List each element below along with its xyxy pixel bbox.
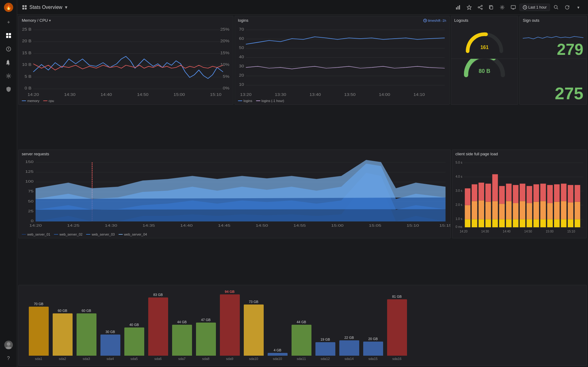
svg-text:14:40: 14:40 [180,224,193,227]
svg-text:150: 150 [25,160,34,164]
time-range-label: Last 1 hour [528,5,547,9]
server-requests-title: server requests [22,152,49,156]
memory-cpu-dropdown[interactable]: ▾ [49,18,51,23]
refresh-dropdown-button[interactable]: ▾ [573,2,583,12]
dashboard-icon[interactable] [2,29,15,42]
svg-rect-142 [506,201,511,219]
svg-rect-17 [458,6,458,9]
time-range-picker[interactable]: Last 1 hour [519,4,550,11]
svg-rect-13 [25,5,27,7]
svg-text:14:30: 14:30 [105,224,117,227]
server-requests-header: server requests [19,150,450,157]
svg-rect-153 [533,219,539,227]
svg-text:14:40: 14:40 [503,229,511,233]
search-button[interactable] [551,2,561,12]
svg-text:15 B: 15 B [22,51,32,55]
svg-rect-171 [575,219,580,227]
svg-rect-135 [492,219,498,227]
svg-rect-15 [25,8,27,9]
sign-outs-title: Sign outs [523,18,539,23]
star-button[interactable] [464,2,474,12]
disk-bar-sda9: 94 GB sda9 [219,290,240,361]
logouts-gauge-svg: 161 [465,28,504,54]
sign-outs-value: 279 [557,41,583,57]
svg-text:100: 100 [25,180,34,183]
svg-text:20: 20 [239,74,244,78]
svg-text:2.0 s: 2.0 s [456,202,462,206]
legend-logins: logins [238,99,252,103]
disk-bar-sda2: 60 GB sda2 [52,309,73,361]
svg-rect-12 [22,5,24,7]
refresh-button[interactable] [562,2,572,12]
svg-point-31 [554,5,557,8]
help-icon[interactable]: ? [2,352,15,365]
legend-ws03: web_server_03 [86,233,115,236]
svg-text:14:30: 14:30 [481,229,489,233]
settings-button[interactable] [497,2,507,12]
svg-text:14:20: 14:20 [460,229,468,233]
svg-rect-139 [499,204,505,219]
svg-text:70: 70 [239,27,244,31]
tv-button[interactable] [508,2,518,12]
memory-cpu-panel: Memory / CPU ▾ 25 B 20 B 15 B 10 B 5 B 0… [18,16,233,105]
compass-icon[interactable] [2,43,15,55]
server-requests-chart: 150 125 100 75 50 25 0 [19,157,450,231]
user-avatar[interactable] [2,339,15,351]
svg-marker-8 [8,49,9,51]
svg-rect-162 [554,219,560,227]
svg-rect-138 [499,219,505,227]
svg-text:14:50: 14:50 [524,229,532,233]
page-title: Stats Overview [29,5,62,10]
svg-text:40: 40 [239,55,244,59]
logouts-gauge: 161 [451,24,518,59]
svg-rect-128 [472,184,477,201]
svg-rect-2 [6,33,8,35]
svg-point-10 [7,342,10,346]
svg-text:15%: 15% [220,51,229,55]
svg-text:14:00: 14:00 [379,93,390,96]
svg-text:14:10: 14:10 [413,93,425,96]
shield-icon[interactable] [2,83,15,96]
copy-button[interactable] [486,2,496,12]
row-3: 70 GB sda1 60 GB sda2 60 GB sda3 [18,285,587,366]
topnav: Stats Overview ▾ Last [17,0,588,15]
disk-bar-sda3: 60 GB sda3 [76,309,97,361]
svg-rect-166 [561,201,566,219]
svg-text:5%: 5% [223,74,230,78]
svg-text:0: 0 [31,219,34,223]
svg-text:4.0 s: 4.0 s [456,174,462,178]
svg-text:14:20: 14:20 [28,93,39,96]
chart-type-button[interactable] [453,2,463,12]
page-load-chart: 5.0 s 4.0 s 3.0 s 2.0 s 1.0 s 0 ms [452,157,586,238]
app-logo[interactable]: 🔥 [4,2,13,12]
logins-panel: logins timeshift -1h 70 60 50 40 30 20 1 [235,16,450,105]
svg-rect-167 [561,184,566,201]
disk-panel: 70 GB sda1 60 GB sda2 60 GB sda3 [18,285,587,366]
bell-icon[interactable] [2,56,15,69]
svg-text:14:45: 14:45 [218,224,231,227]
svg-text:5 B: 5 B [24,74,31,78]
svg-text:125: 125 [25,170,34,173]
svg-rect-158 [540,184,546,201]
add-icon[interactable]: ＋ [2,16,15,28]
logouts-title: Logouts [454,18,468,23]
svg-rect-4 [6,36,8,38]
logins-legend: logins logins (-1 hour) [235,98,449,104]
gear-icon[interactable] [2,70,15,82]
row-2: server requests 150 125 100 75 50 25 0 [18,149,587,282]
svg-text:10: 10 [239,83,244,87]
svg-rect-164 [554,184,560,202]
svg-text:14:50: 14:50 [256,224,268,227]
disk-bar-sda4: 30 GB sda4 [100,330,121,361]
svg-rect-149 [520,184,525,201]
legend-memory: memory [22,99,40,103]
svg-rect-161 [547,185,553,203]
title-dropdown-icon[interactable]: ▾ [65,4,67,10]
share-button[interactable] [475,2,485,12]
svg-point-20 [481,5,482,6]
grid-icon [22,5,27,10]
svg-text:5.0 s: 5.0 s [456,160,462,164]
server-requests-legend: web_server_01 web_server_02 web_server_0… [19,231,450,238]
memory-cpu-title: Memory / CPU [22,18,48,23]
disk-bar-sda6: 83 GB sda6 [147,293,169,361]
